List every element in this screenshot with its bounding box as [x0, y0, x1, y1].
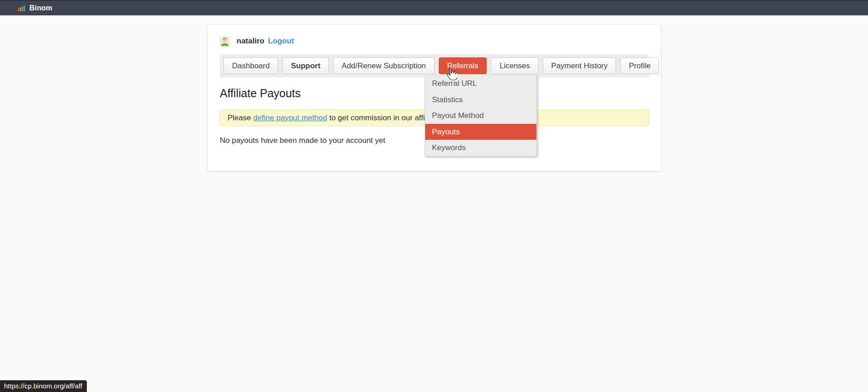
define-payout-method-link[interactable]: define payout method [253, 113, 327, 122]
notice-text-before: Please [228, 113, 253, 122]
nav-profile[interactable]: Profile [620, 57, 659, 74]
brand-logo[interactable]: Binom [16, 4, 52, 12]
main-nav: Dashboard Support Add/Renew Subscription… [220, 54, 649, 77]
nav-add-renew-subscription[interactable]: Add/Renew Subscription [333, 57, 434, 74]
menu-referral-url[interactable]: Referral URL [425, 76, 536, 92]
brand-name: Binom [29, 4, 52, 12]
menu-keywords[interactable]: Keywords [425, 140, 536, 156]
menu-statistics[interactable]: Statistics [425, 92, 536, 108]
nav-support[interactable]: Support [282, 57, 329, 74]
username: nataliro [237, 37, 264, 46]
nav-payment-history[interactable]: Payment History [543, 57, 617, 74]
notice-text-after: to get commission in our affilia [327, 113, 432, 122]
menu-payout-method[interactable]: Payout Method [425, 108, 536, 124]
menu-payouts[interactable]: Payouts [425, 124, 536, 140]
user-avatar-icon [220, 36, 230, 46]
topbar: Binom [0, 0, 868, 15]
browser-status-tooltip: https://cp.binom.org/aff/aff [0, 380, 87, 392]
user-row: nataliro Logout [220, 36, 649, 47]
nav-licenses[interactable]: Licenses [491, 57, 538, 74]
bar-chart-icon [16, 5, 25, 11]
nav-dashboard[interactable]: Dashboard [223, 57, 278, 74]
nav-referrals[interactable]: Referrals [439, 57, 487, 74]
logout-link[interactable]: Logout [268, 37, 294, 46]
referrals-dropdown-menu: Referral URL Statistics Payout Method Pa… [425, 76, 537, 156]
